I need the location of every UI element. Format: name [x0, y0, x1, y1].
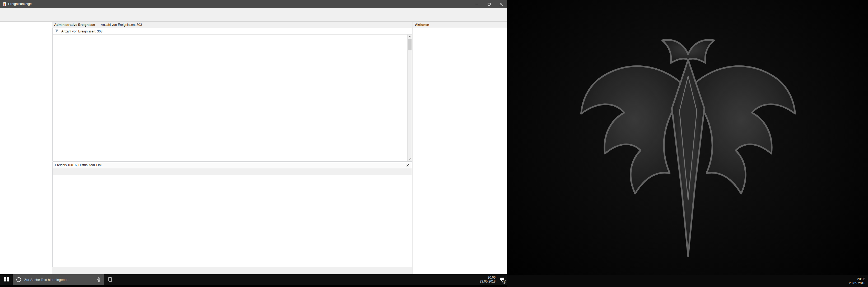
- event-viewer-window: Ereignisanzeige Administrative Ereigniss…: [0, 0, 507, 274]
- event-rows: [53, 41, 412, 161]
- vertical-scrollbar[interactable]: [407, 35, 412, 161]
- actions-pane: Aktionen: [413, 22, 507, 274]
- clock2-date: 23.05.2018: [849, 281, 865, 285]
- filter-icon: [55, 29, 61, 34]
- cortana-icon: [16, 277, 22, 283]
- action-center-button[interactable]: 1: [497, 274, 507, 285]
- event-detail-panel: Ereignis 10016, DistributedCOM: [53, 162, 412, 267]
- window-title: Ereignisanzeige: [8, 2, 32, 6]
- scroll-down-arrow[interactable]: [408, 157, 412, 161]
- event-viewer-icon: [2, 2, 7, 6]
- start-button[interactable]: [0, 274, 13, 285]
- title-bar: Ereignisanzeige: [0, 0, 507, 8]
- restore-button[interactable]: [483, 0, 495, 8]
- view-title: Administrative Ereignisse: [54, 23, 95, 27]
- skyrim-dragon-logo: [569, 32, 807, 264]
- detail-body: [53, 175, 412, 267]
- detail-tabs: [53, 168, 412, 175]
- detail-close-icon[interactable]: [405, 163, 410, 167]
- system-tray: 20:06 23.05.2018 1: [477, 274, 507, 285]
- filter-info-row: Anzahl von Ereignissen: 303: [53, 28, 412, 35]
- search-input[interactable]: Zur Suche Text hier eingeben: [13, 274, 104, 285]
- minimize-button[interactable]: [471, 0, 483, 8]
- clock-secondary[interactable]: 20:06 23.05.2018: [849, 276, 868, 287]
- search-placeholder: Zur Suche Text hier eingeben: [24, 278, 68, 282]
- monitor-primary: Ereignisanzeige Administrative Ereigniss…: [0, 0, 507, 285]
- scrollbar-thumb[interactable]: [408, 39, 411, 50]
- taskbar-primary: Zur Suche Text hier eingeben 20:06 23.05…: [0, 274, 507, 285]
- toolbar: [0, 14, 507, 22]
- task-view-button[interactable]: [104, 274, 116, 285]
- microphone-icon[interactable]: [97, 277, 101, 282]
- event-list-panel: Anzahl von Ereignissen: 303: [53, 28, 412, 162]
- results-pane: Administrative Ereignisse Anzahl von Ere…: [52, 22, 413, 274]
- menu-bar: [0, 8, 507, 14]
- console-tree: [0, 22, 52, 274]
- clock-time: 20:06: [477, 276, 496, 280]
- clock[interactable]: 20:06 23.05.2018: [477, 276, 497, 284]
- filter-event-count: Anzahl von Ereignissen: 303: [61, 30, 102, 33]
- taskbar-secondary: 20:06 23.05.2018: [507, 276, 868, 287]
- view-event-count: Anzahl von Ereignissen: 303: [101, 23, 142, 27]
- close-button[interactable]: [495, 0, 507, 8]
- detail-title: Ereignis 10016, DistributedCOM: [55, 163, 101, 167]
- view-header: Administrative Ereignisse Anzahl von Ere…: [52, 22, 413, 28]
- clock-date: 23.05.2018: [477, 280, 496, 284]
- monitor-secondary: 20:06 23.05.2018: [507, 0, 868, 287]
- notification-badge: 1: [502, 280, 506, 284]
- clock2-time: 20:06: [849, 277, 865, 281]
- actions-title: Aktionen: [413, 22, 507, 28]
- scroll-up-arrow[interactable]: [408, 35, 412, 39]
- column-header-row: [53, 35, 412, 41]
